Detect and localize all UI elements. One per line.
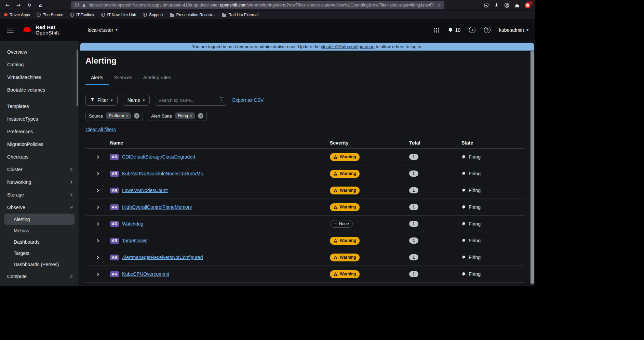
content-scrollbar[interactable] xyxy=(530,51,534,285)
extensions-puzzle-icon[interactable] xyxy=(514,3,520,8)
row-expand-button[interactable] xyxy=(85,205,110,209)
search-input[interactable] xyxy=(159,98,217,103)
chip-group-close-icon[interactable]: × xyxy=(198,113,203,119)
clear-all-filters-link[interactable]: Clear all filters xyxy=(85,127,116,132)
filter-dropdown[interactable]: Filter ▾ xyxy=(85,95,118,106)
sidebar-item-targets[interactable]: Targets xyxy=(4,247,75,259)
tracking-shield-icon[interactable] xyxy=(75,3,79,8)
alert-name-link[interactable]: CDIDefaultStorageClassDegraded xyxy=(122,154,195,160)
chip-group-close-icon[interactable]: × xyxy=(134,113,139,119)
forward-button[interactable]: → xyxy=(14,1,23,9)
menu-toggle-icon[interactable] xyxy=(7,28,14,32)
tab-alerting-rules[interactable]: Alerting rules xyxy=(138,75,177,85)
sidebar-item-virtualmachines[interactable]: VirtualMachines xyxy=(0,71,79,83)
masthead-actions: 10 + ? kube:admin ▾ xyxy=(434,27,529,33)
row-expand-button[interactable] xyxy=(85,256,110,259)
main-content: You are logged in as a temporary adminis… xyxy=(79,41,535,286)
severity-label: Warning xyxy=(340,239,356,243)
sidebar-item-checkups[interactable]: Checkups xyxy=(0,150,79,163)
bookmark-item[interactable]: Support xyxy=(143,13,163,17)
alert-name-link[interactable]: KubeVirtNoAvailableNodesToRunVMs xyxy=(122,171,203,176)
sidebar-item-catalog[interactable]: Catalog xyxy=(0,58,79,71)
export-csv-link[interactable]: Export as CSV xyxy=(232,97,264,103)
bookmark-item[interactable]: Red Hat External xyxy=(222,13,258,17)
alerting-page: Alerting Alerts Silences Alerting rules … xyxy=(79,51,535,283)
url-bar[interactable]: https://console-openshift-console.apps.e… xyxy=(71,1,444,9)
sidebar-item-compute[interactable]: Compute xyxy=(0,270,79,283)
alert-name-link[interactable]: KubeCPUOvercommit xyxy=(122,271,169,277)
sidebar-item-storage[interactable]: Storage xyxy=(0,188,79,201)
downloads-icon[interactable] xyxy=(494,3,499,8)
row-expand-button[interactable] xyxy=(85,189,110,192)
app-body: Overview Catalog VirtualMachines Bootabl… xyxy=(0,41,535,286)
home-button[interactable]: ⌂ xyxy=(36,1,44,9)
alert-name-link[interactable]: Watchdog xyxy=(122,221,144,227)
bookmark-item[interactable]: IT Toolbox xyxy=(70,13,94,17)
sidebar-scrollbar[interactable] xyxy=(77,50,78,106)
alert-name-link[interactable]: HighOverallControlPlaneMemory xyxy=(122,204,192,210)
chip-group-label: Alert State xyxy=(151,113,172,119)
bookmark-label: Presentation Resour... xyxy=(176,13,215,17)
alert-name-link[interactable]: TargetDown xyxy=(122,238,148,243)
bell-icon xyxy=(461,188,466,193)
state-label: Firing xyxy=(469,171,481,176)
alert-name-link[interactable]: AlertmanagerReceiversNotConfigured xyxy=(122,255,203,260)
user-menu[interactable]: kube:admin ▾ xyxy=(499,27,528,33)
sidebar-item-overview[interactable]: Overview xyxy=(0,45,79,58)
bookmark-star-icon[interactable]: ☆ xyxy=(437,2,441,8)
row-expand-button[interactable] xyxy=(85,272,110,276)
sidebar-item-observe[interactable]: Observe xyxy=(0,201,79,214)
browser-nav-buttons: ← → ↻ ⌂ xyxy=(3,1,44,9)
bookmark-item[interactable]: Rover Apps xyxy=(4,13,30,17)
bookmark-item[interactable]: The Source xyxy=(37,13,63,17)
chevron-right-icon xyxy=(96,205,100,209)
severity-label: Warning xyxy=(340,188,356,192)
nav-item-label: Networking xyxy=(7,179,31,185)
chip-list: Firing × xyxy=(175,112,195,119)
nav-subitem-label: Targets xyxy=(14,250,29,256)
row-expand-button[interactable] xyxy=(85,155,110,159)
quick-create-icon[interactable]: + xyxy=(469,27,475,33)
sidebar-item-templates[interactable]: Templates xyxy=(0,100,79,112)
account-icon[interactable] xyxy=(504,3,509,8)
notifications-button[interactable]: 10 xyxy=(448,27,461,33)
attribute-dropdown[interactable]: Name ▾ xyxy=(123,95,150,106)
alert-name-link[interactable]: LowKVMNodesCount xyxy=(122,188,168,193)
row-expand-button[interactable] xyxy=(85,239,110,243)
sidebar-item-instancetypes[interactable]: InstanceTypes xyxy=(0,112,79,125)
tab-alerts[interactable]: Alerts xyxy=(85,75,109,85)
sidebar-item-dashboards-perses[interactable]: Dashboards (Perses) xyxy=(4,259,75,270)
red-extension-icon[interactable]: 1 xyxy=(525,2,531,8)
severity-label: Warning xyxy=(340,172,356,176)
chip-remove-icon[interactable]: × xyxy=(190,114,192,118)
alert-rule-badge: AR xyxy=(110,188,119,193)
cluster-selector[interactable]: local-cluster ▾ xyxy=(88,27,118,33)
bookmark-item[interactable]: Presentation Resour... xyxy=(170,13,215,17)
reload-button[interactable]: ↻ xyxy=(25,1,33,9)
alert-rule-badge: AR xyxy=(110,221,119,227)
nav-item-label: Bootable volumes xyxy=(7,87,45,93)
sidebar-item-alerting[interactable]: Alerting xyxy=(4,214,75,225)
table-header: NameSeverityTotalState xyxy=(85,137,525,149)
oauth-config-link[interactable]: cluster OAuth configuration xyxy=(321,44,375,49)
pocket-icon[interactable] xyxy=(484,3,489,8)
back-button[interactable]: ← xyxy=(3,1,12,9)
row-expand-button[interactable] xyxy=(85,172,110,176)
sidebar-item-cluster[interactable]: Cluster xyxy=(0,163,79,176)
nav-subitem-label: Alerting xyxy=(14,217,30,222)
app-launcher-icon[interactable] xyxy=(434,27,439,33)
sidebar-item-bootable-volumes[interactable]: Bootable volumes xyxy=(0,83,79,96)
sidebar-item-migrationpolicies[interactable]: MigrationPolicies xyxy=(0,138,79,150)
sidebar-item-preferences[interactable]: Preferences xyxy=(0,125,79,138)
content-scrollbar-thumb[interactable] xyxy=(531,51,534,284)
row-expand-button[interactable] xyxy=(85,222,110,226)
sidebar-item-dashboards[interactable]: Dashboards xyxy=(4,236,75,247)
chip-remove-icon[interactable]: × xyxy=(126,114,128,118)
lock-icon[interactable] xyxy=(82,3,86,8)
sidebar-item-metrics[interactable]: Metrics xyxy=(4,225,75,236)
help-icon[interactable]: ? xyxy=(484,27,491,33)
total-badge: 1 xyxy=(409,221,418,227)
tab-silences[interactable]: Silences xyxy=(109,75,138,85)
sidebar-item-networking[interactable]: Networking xyxy=(0,176,79,188)
bookmark-item[interactable]: IT New Hire Hub xyxy=(101,13,136,17)
